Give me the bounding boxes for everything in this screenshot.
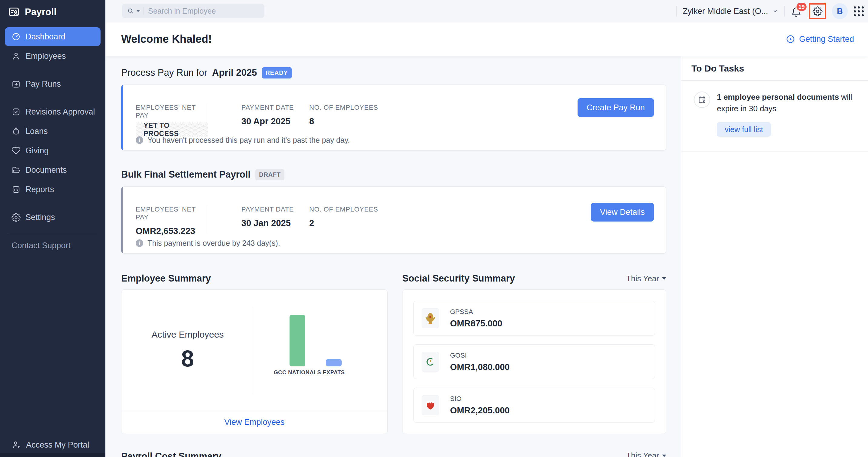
provider-amount: OMR2,205.000: [450, 405, 510, 416]
search-divider: [144, 7, 144, 15]
net-pay-value: OMR2,653.223: [136, 226, 208, 236]
sidebar-divider: [8, 234, 97, 234]
app-grid-icon[interactable]: [854, 6, 864, 17]
page-title: Welcome Khaled!: [121, 33, 212, 46]
pay-run-title-period: April 2025: [212, 67, 257, 78]
giving-heart-icon: [11, 146, 21, 155]
notification-count-badge: 19: [796, 2, 807, 12]
view-full-list-button[interactable]: view full list: [717, 122, 771, 137]
org-selector[interactable]: Zylker Middle East (O...: [683, 7, 778, 16]
view-employees-link[interactable]: View Employees: [224, 418, 284, 427]
pay-run-note: i You haven't processed this pay run and…: [136, 136, 350, 145]
this-year-filter[interactable]: This Year: [626, 451, 666, 457]
sidebar-item-label: Settings: [26, 213, 55, 222]
sidebar-item-settings[interactable]: Settings: [0, 208, 105, 227]
sidebar-item-revisions-approval[interactable]: Revisions Approval: [0, 103, 105, 121]
gpssa-emblem-icon: [422, 308, 439, 328]
employee-summary-card: Active Employees 8 GCC NATIONALS EXPATS …: [121, 289, 388, 434]
sidebar-item-label: Reports: [26, 185, 54, 194]
pay-run-card: EMPLOYEES' NET PAY YET TO PROCESS PAYMEN…: [121, 85, 666, 151]
settlement-card: EMPLOYEES' NET PAY OMR2,653.223 PAYMENT …: [121, 187, 666, 254]
provider-name: GPSSA: [450, 308, 502, 316]
sidebar-item-label: Dashboard: [26, 32, 65, 41]
panel-divider: [681, 80, 868, 81]
sidebar-item-documents[interactable]: Documents: [0, 161, 105, 179]
contact-support-link[interactable]: Contact Support: [0, 241, 105, 250]
net-pay-label: EMPLOYEES' NET PAY: [136, 104, 208, 119]
loans-icon: [11, 127, 21, 136]
sidebar-item-label: Loans: [26, 127, 48, 136]
access-my-portal-link[interactable]: Access My Portal: [11, 440, 89, 450]
sidebar-item-dashboard[interactable]: Dashboard: [5, 27, 100, 46]
social-security-card: GPSSA OMR875.000 GOSI OMR1,080.000: [402, 289, 666, 434]
sidebar-item-label: Revisions Approval: [26, 107, 95, 117]
payment-date-value: 30 Apr 2025: [241, 116, 309, 126]
documents-folder-icon: [11, 166, 21, 175]
this-year-filter[interactable]: This Year: [626, 274, 666, 283]
settlement-note: i This payment is overdue by 243 day(s).: [136, 239, 280, 248]
filter-label: This Year: [626, 274, 659, 283]
app-title: Payroll: [25, 7, 57, 18]
sidebar-item-pay-runs[interactable]: Pay Runs: [0, 75, 105, 93]
active-employees-block: Active Employees 8: [121, 290, 254, 411]
employee-count-value: 2: [309, 218, 378, 228]
sidebar-item-label: Documents: [26, 166, 67, 175]
welcome-header: Welcome Khaled! Getting Started: [105, 22, 868, 56]
net-pay-label: EMPLOYEES' NET PAY: [136, 205, 208, 221]
sidebar-nav: Dashboard Employees Pay Runs Revisions A…: [0, 27, 105, 227]
provider-name: SIO: [450, 395, 510, 403]
topbar-divider: [784, 6, 785, 17]
pay-runs-icon: [11, 79, 21, 88]
payroll-cost-summary-section: Payroll Cost Summary This Year: [121, 451, 666, 457]
provider-amount: OMR875.000: [450, 318, 502, 329]
list-item-gosi[interactable]: GOSI OMR1,080.000: [413, 344, 655, 379]
employee-count-column: NO. OF EMPLOYEES 8: [309, 104, 378, 126]
getting-started-link[interactable]: Getting Started: [786, 34, 854, 44]
provider-amount: OMR1,080.000: [450, 362, 510, 372]
pay-run-section-title: Process Pay Run for April 2025 READY: [121, 66, 666, 79]
sidebar-item-giving[interactable]: Giving: [0, 141, 105, 160]
org-name: Zylker Middle East (O...: [683, 7, 768, 16]
bar-gcc-nationals: [289, 315, 305, 366]
settings-gear-icon: [11, 213, 21, 222]
list-item-gpssa[interactable]: GPSSA OMR875.000: [413, 301, 655, 336]
employee-summary-section: Employee Summary Active Employees 8 GCC …: [121, 272, 388, 434]
chevron-down-icon: [662, 455, 666, 457]
status-badge-draft: DRAFT: [255, 169, 284, 180]
sidebar-item-label: Employees: [26, 52, 66, 61]
search-input[interactable]: [148, 7, 259, 16]
payroll-logo-icon: [8, 6, 20, 18]
topbar-divider: [676, 6, 677, 17]
todo-panel: To Do Tasks 1 employee personal document…: [681, 56, 868, 457]
dashboard-icon: [11, 32, 21, 41]
view-details-button[interactable]: View Details: [591, 203, 654, 222]
sidebar-item-reports[interactable]: Reports: [0, 180, 105, 199]
topbar: Zylker Middle East (O... 19 B: [105, 0, 868, 22]
panel-divider: [681, 151, 868, 152]
payroll-cost-summary-title: Payroll Cost Summary: [121, 451, 221, 457]
info-icon: i: [136, 136, 143, 144]
search-icon: [127, 7, 134, 15]
create-pay-run-button[interactable]: Create Pay Run: [578, 98, 654, 117]
settings-button[interactable]: [809, 3, 826, 19]
search-scope-caret-icon[interactable]: [136, 10, 140, 12]
global-search[interactable]: [122, 4, 265, 18]
employee-count-label: NO. OF EMPLOYEES: [309, 104, 378, 112]
employee-summary-title: Employee Summary: [121, 273, 211, 284]
reports-icon: [11, 185, 21, 194]
chevron-down-icon: [772, 8, 778, 14]
sidebar-item-employees[interactable]: Employees: [0, 47, 105, 65]
list-item-sio[interactable]: SIO OMR2,205.000: [413, 388, 655, 423]
notifications-button[interactable]: 19: [791, 4, 803, 18]
user-avatar[interactable]: B: [832, 3, 848, 19]
info-icon: i: [136, 239, 143, 247]
social-security-section: Social Security Summary This Year GPSSA …: [402, 272, 666, 434]
sidebar-bottom-strip: [0, 453, 105, 457]
access-my-portal-label: Access My Portal: [26, 440, 89, 450]
payment-date-value: 30 Jan 2025: [241, 218, 309, 228]
chevron-down-icon: [662, 277, 666, 280]
employee-count-value: 8: [309, 116, 378, 126]
sidebar-item-loans[interactable]: Loans: [0, 122, 105, 141]
bar-label-expats: EXPATS: [310, 369, 358, 376]
social-security-title: Social Security Summary: [402, 273, 515, 284]
